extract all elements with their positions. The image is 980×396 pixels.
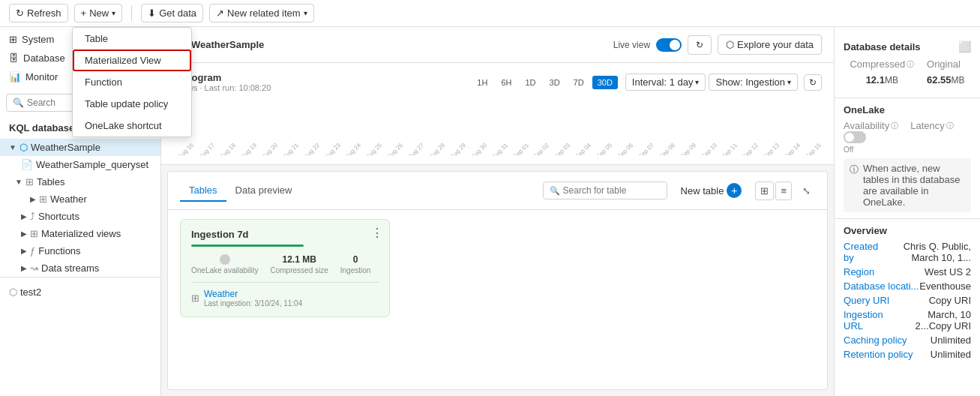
new-related-button[interactable]: ↗ New related item ▾ xyxy=(209,4,314,22)
latency-label-text: Latency xyxy=(910,120,945,131)
refresh-button[interactable]: ↻ Refresh xyxy=(9,4,68,22)
explore-data-button[interactable]: ⬡ Explore your data xyxy=(718,34,822,55)
overview-key: Created by xyxy=(844,241,889,263)
live-view-toggle[interactable] xyxy=(656,38,682,52)
chevron-down-icon: ▾ xyxy=(112,9,115,17)
tables-icon: ⊞ xyxy=(25,176,34,188)
onelake-notice: ⓘ When active, new tables in this databa… xyxy=(844,158,971,212)
expand-icon: ▼ xyxy=(9,143,16,152)
sidebar-item-shortcuts[interactable]: ▶ ⤴ Shortcuts xyxy=(0,208,160,225)
time-1d-button[interactable]: 1D xyxy=(520,76,541,89)
expand-func-icon: ▶ xyxy=(21,247,27,255)
availability-label-text: Availability xyxy=(844,120,889,131)
sidebar-item-weathersample[interactable]: ▼ ⬡ WeatherSample xyxy=(0,139,160,156)
size-display: Compressed ⓘ 12.1MB Original 62.55MB xyxy=(844,58,971,87)
rows-stat-label: Ingestion xyxy=(340,266,371,274)
expand-shortcuts-icon: ▶ xyxy=(21,212,27,220)
search-table-input[interactable] xyxy=(563,185,661,196)
overview-val[interactable]: Copy URI xyxy=(929,295,971,306)
overview-key: Caching policy xyxy=(844,334,907,346)
card-table-item-weather[interactable]: ⊞ Weather Last ingestion: 3/10/24, 11:04 xyxy=(191,282,379,308)
overview-rows: Created by Chris Q. Public, March 10, 1.… xyxy=(844,241,971,360)
sidebar-item-weather[interactable]: ▶ ⊞ Weather xyxy=(0,190,160,208)
availability-label: Availability ⓘ xyxy=(844,120,898,131)
dropdown-item-table-update-policy[interactable]: Table update policy xyxy=(73,93,191,115)
interval-button[interactable]: Interval: 1 day ▾ xyxy=(625,74,706,91)
sidebar-item-queryset[interactable]: 📄 WeatherSample_queryset xyxy=(0,156,160,173)
overview-row: Query URI Copy URI xyxy=(844,295,971,306)
time-7d-button[interactable]: 7D xyxy=(568,76,589,89)
compressed-size-box: Compressed ⓘ 12.1MB xyxy=(850,58,914,87)
show-label: Show: Ingestion xyxy=(715,76,785,88)
time-30d-button[interactable]: 30D xyxy=(592,76,618,89)
new-table-label: New table xyxy=(681,185,724,196)
grid-view-button[interactable]: ⊞ xyxy=(755,182,774,200)
overview-key: Region xyxy=(844,266,874,278)
card-table-sub: Last ingestion: 3/10/24, 11:04 xyxy=(204,299,302,308)
functions-label: Functions xyxy=(38,245,80,256)
panel-expand-icon[interactable]: ⬜ xyxy=(958,40,971,52)
overview-row: Retention policy Unlimited xyxy=(844,349,971,360)
list-view-button[interactable]: ≡ xyxy=(775,182,792,200)
kql-section-label: KQL databases xyxy=(9,122,79,134)
weather-label: Weather xyxy=(50,194,87,205)
overview-row: Database locati... Eventhouse xyxy=(844,280,971,292)
shortcuts-label: Shortcuts xyxy=(38,211,79,222)
sidebar-item-functions[interactable]: ▶ ƒ Functions xyxy=(0,242,160,260)
overview-row: Ingestion URL March, 10 2...Copy URI xyxy=(844,309,971,332)
expand-tables-icon: ▼ xyxy=(15,178,22,186)
dropdown-item-materialized-view[interactable]: Materialized View xyxy=(73,50,191,71)
expand-button[interactable]: ⤡ xyxy=(798,182,815,200)
info-icon: ⓘ xyxy=(907,59,914,70)
sidebar-item-data-streams[interactable]: ▶ ↝ Data streams xyxy=(0,260,160,277)
toolbar-divider xyxy=(131,6,132,21)
database-details-title: Database details ⬜ xyxy=(844,40,971,52)
card-table-name: Weather xyxy=(204,289,302,299)
original-unit: MB xyxy=(952,75,965,86)
functions-icon: ƒ xyxy=(30,245,35,256)
data-streams-label: Data streams xyxy=(41,262,99,274)
show-button[interactable]: Show: Ingestion ▾ xyxy=(709,74,798,91)
time-6h-button[interactable]: 6H xyxy=(496,76,517,89)
sidebar-item-tables[interactable]: ▼ ⊞ Tables xyxy=(0,173,160,190)
time-1h-button[interactable]: 1H xyxy=(472,76,493,89)
histogram-refresh-button[interactable]: ↻ xyxy=(804,74,822,91)
histogram-controls: 1H 6H 1D 3D 7D 30D Interval: 1 day ▾ Sho… xyxy=(472,74,822,91)
search-table-icon: 🔍 xyxy=(550,186,560,196)
availability-toggle[interactable] xyxy=(844,131,866,143)
monitor-label: Monitor xyxy=(25,71,58,82)
histogram-svg xyxy=(173,95,822,140)
compressed-label-text: Compressed xyxy=(850,58,905,70)
dropdown-function-label: Function xyxy=(85,76,122,88)
time-3d-button[interactable]: 3D xyxy=(544,76,565,89)
toolbar: ↻ Refresh + New ▾ ⬇ Get data ↗ New relat… xyxy=(0,0,980,27)
database-icon: 🗄 xyxy=(9,52,19,64)
chevron-interval-icon: ▾ xyxy=(695,78,699,86)
get-data-label: Get data xyxy=(159,8,196,19)
histogram-header: Histogram 0 rows · Last run: 10:08:20 1H… xyxy=(173,72,822,92)
ingestion-card: ⋮ Ingestion 7d OneLake availability 12.1… xyxy=(180,219,390,317)
overview-row: Created by Chris Q. Public, March 10, 1.… xyxy=(844,241,971,263)
test2-label: test2 xyxy=(20,286,41,298)
new-table-button[interactable]: New table + xyxy=(673,179,750,202)
overview-row: Caching policy Unlimited xyxy=(844,334,971,346)
overview-val[interactable]: March, 10 2...Copy URI xyxy=(892,309,971,332)
refresh-histogram-button[interactable]: ↻ xyxy=(688,35,712,55)
shortcuts-icon: ⤴ xyxy=(30,211,35,222)
tab-tables[interactable]: Tables xyxy=(180,180,226,202)
plus-icon: + xyxy=(81,8,87,19)
dropdown-mat-view-label: Materialized View xyxy=(85,55,161,66)
get-data-button[interactable]: ⬇ Get data xyxy=(141,4,203,22)
overview-val: West US 2 xyxy=(925,266,971,278)
tab-data-preview[interactable]: Data preview xyxy=(226,180,301,202)
histogram-chart: Aug 16 Aug 17 Aug 18 Aug 19 Aug 20 Aug 2… xyxy=(173,95,822,155)
sidebar-item-mat-views[interactable]: ▶ ⊞ Materialized views xyxy=(0,225,160,242)
search-table-box[interactable]: 🔍 xyxy=(543,182,667,200)
dropdown-item-table[interactable]: Table xyxy=(73,28,191,50)
card-menu-button[interactable]: ⋮ xyxy=(371,226,383,240)
sidebar-item-test2[interactable]: ⬡ test2 xyxy=(9,284,151,301)
new-button[interactable]: + New ▾ xyxy=(74,4,123,22)
dropdown-item-function[interactable]: Function xyxy=(73,71,191,93)
expand-mat-icon: ▶ xyxy=(21,230,27,238)
dropdown-item-onelake-shortcut[interactable]: OneLake shortcut xyxy=(73,115,191,136)
